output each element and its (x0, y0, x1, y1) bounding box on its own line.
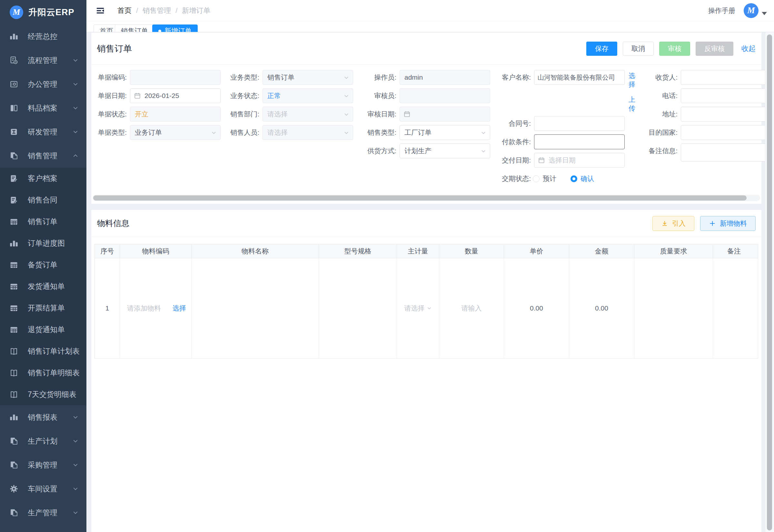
material-table: 序号物料编码物料名称型号规格主计量数量单价金额质量要求备注 1 请添加物料 选择… (94, 244, 758, 359)
radio-icon (571, 175, 577, 182)
tab-3[interactable]: 新增订单 (152, 25, 198, 32)
column-header-6: 数量 (439, 244, 504, 258)
payment-terms-input[interactable] (534, 134, 625, 149)
panel-title: 销售订单 (97, 43, 132, 54)
sidebar-item-11[interactable]: 备货订单 (0, 254, 86, 276)
sales-dept-select[interactable] (263, 107, 353, 122)
tab-2[interactable]: 销售订单 (115, 25, 154, 32)
sidebar-item-label: 销售合同 (28, 195, 79, 205)
doc-code-input[interactable] (130, 70, 221, 85)
tab-label: 销售订单 (121, 26, 148, 32)
table-grid-icon (9, 325, 19, 335)
horizontal-scrollbar-thumb[interactable] (93, 195, 747, 201)
sidebar-item-6[interactable]: 销售管理 (0, 144, 86, 168)
sidebar-item-5[interactable]: 研发管理 (0, 120, 86, 144)
sidebar-item-18[interactable]: 销售报表 (0, 405, 86, 429)
radio-estimated[interactable]: 预计 (533, 174, 556, 183)
logo-icon: M (10, 5, 23, 19)
sidebar-item-2[interactable]: 流程管理 (0, 48, 86, 72)
biz-status-select[interactable] (263, 88, 353, 103)
phone-input[interactable] (681, 88, 765, 103)
field-label: 电话: (645, 88, 678, 103)
sidebar-item-19[interactable]: 生产计划 (0, 429, 86, 453)
customer-select-link[interactable]: 选择 (629, 71, 636, 89)
vertical-scrollbar-thumb[interactable] (767, 34, 772, 530)
collapse-sidebar-icon[interactable] (95, 6, 105, 15)
sidebar-item-7[interactable]: 客户档案 (0, 168, 86, 189)
customer-upload-link[interactable]: 上传 (629, 95, 636, 113)
cell-amount: 0.00 (569, 258, 634, 358)
sidebar-item-23[interactable]: 加工车间 (0, 525, 86, 532)
cell-spec[interactable] (319, 258, 397, 358)
collapse-link[interactable]: 收起 (741, 44, 756, 54)
breadcrumb-item-1[interactable]: 首页 (117, 6, 132, 15)
table-grid-icon (9, 217, 19, 227)
sidebar-item-1[interactable]: 经营总控 (0, 25, 86, 48)
row-select-link[interactable]: 选择 (173, 304, 186, 313)
breadcrumb-item-2[interactable]: 销售管理 (143, 6, 171, 15)
delivery-date-input[interactable] (534, 153, 625, 168)
address-input[interactable] (681, 107, 765, 122)
sidebar-item-20[interactable]: 采购管理 (0, 453, 86, 477)
sidebar-item-17[interactable]: 7天交货明细表 (0, 384, 86, 405)
biz-type-select[interactable] (263, 70, 353, 85)
sidebar-item-9[interactable]: 销售订单 (0, 211, 86, 232)
audit-date-input[interactable] (400, 107, 490, 122)
sidebar-item-15[interactable]: 销售订单计划表 (0, 340, 86, 362)
table-grid-icon (9, 282, 19, 291)
radio-label: 确认 (581, 174, 594, 183)
materials-book-icon (9, 103, 19, 113)
sidebar-item-8[interactable]: 销售合同 (0, 189, 86, 211)
chevron-down-icon (72, 438, 79, 444)
dest-country-input[interactable] (681, 125, 765, 140)
sidebar-item-21[interactable]: 车间设置 (0, 477, 86, 501)
sidebar-item-10[interactable]: 订单进度图 (0, 232, 86, 254)
operator-input[interactable] (400, 70, 490, 85)
import-button[interactable]: 引入 (652, 216, 694, 231)
sidebar-item-16[interactable]: 销售订单明细表 (0, 362, 86, 384)
sidebar-item-4[interactable]: 料品档案 (0, 96, 86, 120)
unaudit-button[interactable]: 反审核 (696, 42, 733, 56)
column-header-1: 序号 (95, 244, 120, 258)
receiver-input[interactable] (681, 70, 765, 85)
customer-name-input[interactable] (534, 70, 625, 85)
sidebar-item-12[interactable]: 发货通知单 (0, 276, 86, 297)
cell-qty[interactable]: 请输入 (439, 258, 504, 358)
sidebar-item-13[interactable]: 开票结算单 (0, 297, 86, 319)
sidebar-item-14[interactable]: 退货通知单 (0, 319, 86, 340)
sidebar-item-3[interactable]: 办公管理 (0, 72, 86, 96)
material-header: 物料信息 引入 新增物料 (91, 210, 761, 237)
add-material-button[interactable]: 新增物料 (700, 216, 756, 231)
vertical-scrollbar[interactable] (765, 32, 774, 532)
user-menu-caret-icon[interactable] (762, 12, 767, 15)
auditor-input[interactable] (400, 88, 490, 103)
sidebar-item-22[interactable]: 生产管理 (0, 501, 86, 525)
cell-unit[interactable]: 请选择 (397, 258, 439, 358)
cell-quality[interactable] (634, 258, 713, 358)
cancel-button[interactable]: 取消 (623, 42, 654, 56)
copy-docs-icon (9, 151, 19, 161)
sales-person-select[interactable] (263, 125, 353, 140)
manual-link[interactable]: 操作手册 (708, 6, 735, 15)
chevron-down-icon (427, 306, 432, 311)
radio-confirmed[interactable]: 确认 (571, 174, 594, 183)
cell-note[interactable] (713, 258, 755, 358)
field-label: 交付日期: (497, 153, 531, 168)
audit-button[interactable]: 审核 (659, 42, 690, 56)
cell-material-name[interactable] (192, 258, 319, 358)
doc-status-input[interactable] (130, 107, 221, 122)
remark-textarea[interactable] (681, 143, 765, 162)
horizontal-scrollbar[interactable] (93, 195, 760, 201)
doc-type-select[interactable] (130, 125, 221, 140)
breadcrumb-item-3[interactable]: 新增订单 (182, 6, 210, 15)
table-row: 1 请添加物料 选择 请选择 请输入 0.00 0.00 (95, 258, 758, 358)
user-avatar[interactable]: M (744, 3, 759, 18)
sales-type-select[interactable] (400, 125, 490, 140)
save-button[interactable]: 保存 (586, 42, 617, 56)
sidebar-item-label: 研发管理 (28, 127, 72, 137)
doc-date-input[interactable] (130, 88, 221, 103)
contract-no-input[interactable] (534, 116, 625, 131)
supply-mode-select[interactable] (400, 143, 490, 158)
cell-material-code: 请添加物料 选择 (120, 258, 192, 358)
field-label: 单据日期: (94, 88, 127, 103)
